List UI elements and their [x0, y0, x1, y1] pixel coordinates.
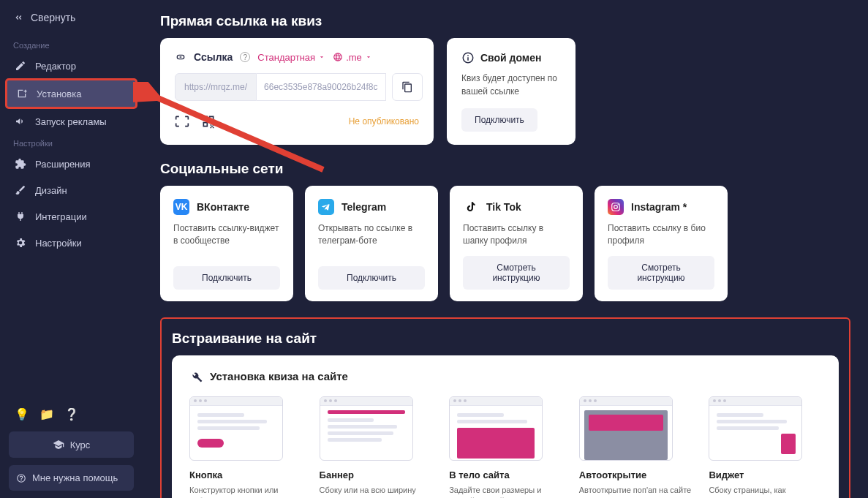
sidebar: Свернуть Создание Редактор Установка Зап… — [0, 0, 143, 498]
instagram-icon — [608, 199, 624, 215]
puzzle-icon — [15, 158, 26, 170]
svg-point-2 — [614, 205, 618, 209]
sidebar-item-settings[interactable]: Настройки — [6, 230, 137, 256]
heading-embed: Встраивание на сайт — [172, 331, 839, 347]
heading-direct-link: Прямая ссылка на квиз — [160, 13, 850, 29]
social-card-tiktok: Tik Tok Поставить ссылку в шапку профиля… — [450, 186, 583, 301]
tile-title: Кнопка — [189, 469, 302, 480]
tile-title: Виджет — [709, 469, 821, 480]
chevron-double-left-icon — [13, 12, 23, 23]
own-domain-title: Свой домен — [480, 52, 541, 64]
chevron-down-icon — [365, 53, 372, 61]
course-label: Курс — [70, 439, 91, 450]
embed-card: Установка квиза на сайте Кнопка Конструк… — [172, 355, 839, 498]
gear-icon — [15, 237, 26, 249]
sidebar-item-label: Установка — [37, 88, 81, 99]
frame-icon[interactable] — [175, 114, 189, 129]
tile-title: Баннер — [320, 469, 432, 480]
own-domain-card: Свой домен Квиз будет доступен по вашей … — [447, 38, 575, 145]
svg-point-3 — [618, 204, 619, 205]
social-desc: Поставить ссылку в шапку профиля — [463, 222, 570, 247]
tile-title: В тело сайта — [449, 469, 562, 480]
tiktok-icon — [463, 199, 479, 215]
question-icon[interactable]: ❔ — [64, 407, 79, 421]
pencil-icon — [15, 60, 26, 72]
domain-dropdown[interactable]: .me — [333, 52, 372, 63]
embed-tile-autoopen[interactable]: Автооткрытие Автооткрытие поп'ап на сайт… — [579, 396, 692, 498]
bottom-icons: 💡 📁 ❔ — [6, 401, 137, 427]
telegram-icon — [318, 199, 334, 215]
main-content: Прямая ссылка на квиз Ссылка ? Стандартн… — [143, 0, 868, 498]
social-card-vk: VKВКонтакте Поставить ссылку-виджет в со… — [160, 186, 293, 301]
heading-social: Социальные сети — [160, 161, 850, 177]
sidebar-item-label: Запуск рекламы — [35, 116, 107, 127]
link-icon — [175, 51, 186, 63]
sidebar-item-ads[interactable]: Запуск рекламы — [6, 108, 137, 135]
link-label: Ссылка — [194, 51, 233, 63]
brush-icon — [15, 184, 26, 196]
sidebar-item-extensions[interactable]: Расширения — [6, 151, 137, 177]
social-card-instagram: Instagram * Поставить ссылку в био профи… — [595, 186, 728, 301]
sidebar-item-label: Настройки — [35, 238, 82, 249]
embed-highlight: Встраивание на сайт Установка квиза на с… — [160, 317, 850, 498]
tt-instruction-button[interactable]: Смотреть инструкцию — [463, 256, 570, 290]
chevron-down-icon — [318, 53, 325, 61]
section-label-settings: Настройки — [6, 135, 137, 151]
info-icon[interactable]: ? — [240, 52, 250, 62]
embed-tile-body[interactable]: В тело сайта Задайте свои размеры и встр… — [449, 396, 562, 498]
tile-title: Автооткрытие — [579, 469, 692, 480]
social-desc: Открывать по ссылке в телеграм-боте — [318, 222, 425, 257]
embed-tile-banner[interactable]: Баннер Сбоку или на всю ширину экрана — [320, 396, 432, 498]
help-icon — [16, 473, 26, 483]
social-card-telegram: Telegram Открывать по ссылке в телеграм-… — [305, 186, 438, 301]
course-button[interactable]: Курс — [9, 431, 134, 458]
sidebar-item-install[interactable]: Установка — [6, 79, 137, 108]
globe-icon — [461, 51, 475, 64]
status-not-published: Не опубликовано — [349, 116, 419, 127]
help-label: Мне нужна помощь — [32, 472, 118, 483]
qr-icon[interactable] — [201, 114, 216, 129]
help-button[interactable]: Мне нужна помощь — [9, 465, 134, 491]
collapse-label: Свернуть — [31, 12, 75, 23]
collapse-button[interactable]: Свернуть — [6, 7, 137, 28]
tile-desc: Сбоку или на всю ширину экрана — [320, 485, 432, 498]
install-icon — [16, 88, 28, 99]
social-desc: Поставить ссылку в био профиля — [608, 222, 714, 247]
sidebar-item-design[interactable]: Дизайн — [6, 177, 137, 203]
sidebar-item-label: Расширения — [35, 159, 91, 170]
embed-card-title: Установка квиза на сайте — [210, 370, 348, 382]
folder-plus-icon[interactable]: 📁 — [39, 407, 54, 421]
link-type-dropdown[interactable]: Стандартная — [257, 52, 325, 63]
tools-icon — [189, 370, 203, 383]
vk-connect-button[interactable]: Подключить — [173, 266, 280, 290]
sidebar-item-label: Интеграции — [35, 211, 87, 222]
megaphone-icon — [15, 116, 26, 127]
graduation-icon — [53, 439, 64, 450]
embed-tile-widget[interactable]: Виджет Сбоку страницы, как консультант — [709, 396, 821, 498]
globe-icon — [333, 52, 343, 62]
sidebar-item-label: Дизайн — [35, 185, 67, 196]
ig-instruction-button[interactable]: Смотреть инструкцию — [608, 256, 714, 290]
social-desc: Поставить ссылку-виджет в сообществе — [173, 222, 280, 257]
tile-desc: Автооткрытие поп'ап на сайте — [579, 485, 692, 496]
copy-icon — [401, 81, 413, 93]
url-prefix: https://mrqz.me/ — [175, 73, 257, 101]
tile-desc: Сбоку страницы, как консультант — [709, 485, 821, 498]
embed-tile-button[interactable]: Кнопка Конструктор кнопки или собственна… — [189, 396, 302, 498]
connect-domain-button[interactable]: Подключить — [461, 108, 537, 132]
plug-icon — [15, 211, 26, 222]
sidebar-item-editor[interactable]: Редактор — [6, 53, 137, 79]
copy-button[interactable] — [392, 73, 423, 101]
own-domain-desc: Квиз будет доступен по вашей ссылке — [461, 72, 561, 98]
section-label-create: Создание — [6, 37, 137, 53]
tg-connect-button[interactable]: Подключить — [318, 266, 425, 290]
sidebar-item-integrations[interactable]: Интеграции — [6, 203, 137, 230]
bulb-icon[interactable]: 💡 — [15, 407, 29, 421]
vk-icon: VK — [173, 199, 189, 215]
tile-desc: Конструктор кнопки или собственная кнопк… — [189, 485, 302, 498]
tile-desc: Задайте свои размеры и встройте в сайт — [449, 485, 562, 498]
link-card: Ссылка ? Стандартная .me https://mrqz.me… — [160, 38, 434, 145]
url-code-input[interactable]: 66ec3535e878a90026b24f8c — [257, 73, 385, 101]
sidebar-item-label: Редактор — [35, 61, 76, 72]
